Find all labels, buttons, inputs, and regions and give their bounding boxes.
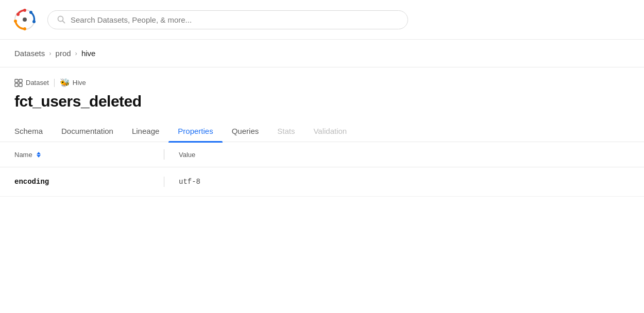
svg-point-6 <box>29 11 32 14</box>
svg-point-4 <box>14 20 17 23</box>
page-content: Dataset 🐝 Hive fct_users_deleted Schema … <box>0 67 644 197</box>
breadcrumb-chevron-1: › <box>49 49 51 57</box>
tab-properties[interactable]: Properties <box>168 121 222 142</box>
dataset-icon <box>14 79 23 87</box>
tabs: Schema Documentation Lineage Properties … <box>0 121 644 142</box>
search-bar[interactable] <box>47 10 408 29</box>
meta-separator <box>54 79 55 87</box>
entity-type: Dataset <box>14 79 49 87</box>
breadcrumb-prod[interactable]: prod <box>56 49 71 58</box>
tab-queries[interactable]: Queries <box>223 121 268 142</box>
svg-point-5 <box>23 27 26 30</box>
row-value: utf-8 <box>179 178 200 186</box>
properties-table: Name Value encoding utf-8 <box>0 142 644 197</box>
svg-rect-11 <box>19 79 22 82</box>
svg-line-9 <box>63 21 65 23</box>
hive-emoji: 🐝 <box>60 78 70 88</box>
svg-point-7 <box>32 20 36 23</box>
entity-meta: Dataset 🐝 Hive <box>14 78 630 88</box>
hive-label: Hive <box>73 79 86 86</box>
svg-rect-13 <box>19 83 22 86</box>
tab-lineage[interactable]: Lineage <box>123 121 168 142</box>
breadcrumb-datasets[interactable]: Datasets <box>14 49 45 58</box>
breadcrumb: Datasets › prod › hive <box>0 40 644 67</box>
col-name-header: Name <box>14 151 164 159</box>
sort-up-arrow <box>37 152 41 154</box>
entity-type-label: Dataset <box>26 79 49 86</box>
svg-point-3 <box>23 9 26 12</box>
table-header: Name Value <box>0 142 644 167</box>
breadcrumb-hive[interactable]: hive <box>81 49 96 58</box>
tab-stats: Stats <box>268 121 304 142</box>
tab-documentation[interactable]: Documentation <box>52 121 123 142</box>
header <box>0 0 644 40</box>
search-icon <box>57 15 65 24</box>
col-name-label: Name <box>14 151 32 159</box>
tab-schema[interactable]: Schema <box>14 121 52 142</box>
row-divider <box>164 177 164 187</box>
search-input[interactable] <box>71 15 398 24</box>
svg-rect-10 <box>15 79 18 82</box>
logo-icon[interactable] <box>12 7 37 32</box>
row-name: encoding <box>14 178 164 186</box>
sort-down-arrow <box>37 155 41 158</box>
table-row: encoding utf-8 <box>0 167 644 197</box>
sort-icon[interactable] <box>37 152 41 158</box>
col-divider <box>164 149 164 160</box>
breadcrumb-chevron-2: › <box>75 49 77 57</box>
svg-point-2 <box>16 13 20 16</box>
entity-title: fct_users_deleted <box>14 93 630 110</box>
hive-badge: 🐝 Hive <box>60 78 86 88</box>
svg-point-1 <box>23 18 27 22</box>
col-value-header: Value <box>179 151 195 159</box>
tab-validation: Validation <box>304 121 356 142</box>
svg-rect-12 <box>15 83 18 86</box>
